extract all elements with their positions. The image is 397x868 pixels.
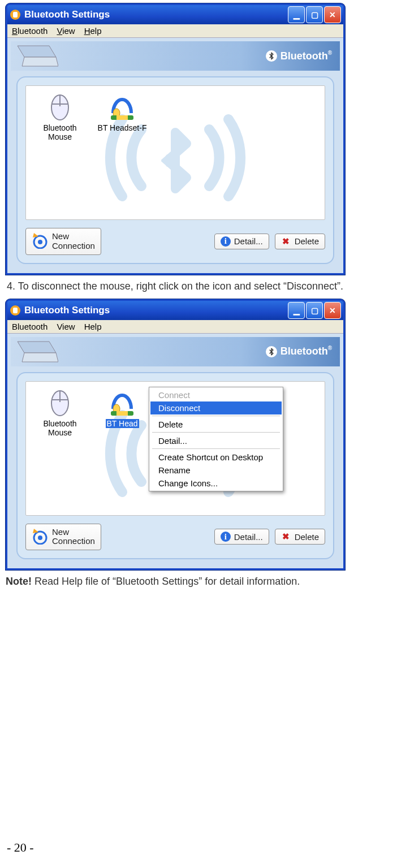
ctx-connect[interactable]: Connect <box>150 388 282 401</box>
note-rest: Read Help file of “Bluetooth Settings” f… <box>32 576 300 587</box>
headset-icon <box>106 90 138 122</box>
header-banner: Bluetooth® <box>11 41 340 71</box>
new-connection-icon <box>32 232 49 251</box>
new-connection-label: New Connection <box>52 528 95 546</box>
delete-button[interactable]: ✖ Delete <box>275 529 325 545</box>
close-icon: ✕ <box>329 306 336 314</box>
device-bluetooth-mouse[interactable]: Bluetooth Mouse <box>31 90 89 141</box>
laptop-icon <box>15 44 58 68</box>
mouse-icon <box>44 386 76 418</box>
content-panel: Bluetooth Mouse BT Headset-F <box>16 76 334 264</box>
menubar: Bluetooth View Help <box>7 320 343 333</box>
close-button[interactable]: ✕ <box>324 302 341 319</box>
device-label: Bluetooth Mouse <box>31 419 89 437</box>
device-bt-headset[interactable]: BT Head <box>93 386 152 428</box>
page-number: - 20 - <box>7 840 34 855</box>
bluetooth-settings-window-1: Bluetooth Settings ▁ ▢ ✕ Bluetooth View … <box>6 3 345 275</box>
headset-icon <box>106 386 138 418</box>
content-panel: Bluetooth Mouse BT Head <box>16 372 334 560</box>
new-connection-button[interactable]: New Connection <box>25 524 101 551</box>
maximize-button[interactable]: ▢ <box>306 6 323 23</box>
device-bt-headset[interactable]: BT Headset-F <box>93 90 152 132</box>
detail-label: Detail... <box>234 236 263 246</box>
menu-view[interactable]: View <box>57 322 75 331</box>
ctx-delete[interactable]: Delete <box>150 418 282 431</box>
delete-button[interactable]: ✖ Delete <box>275 234 325 249</box>
new-connection-button[interactable]: New Connection <box>25 228 101 255</box>
laptop-icon <box>15 339 58 364</box>
minimize-button[interactable]: ▁ <box>288 302 305 319</box>
svg-rect-14 <box>13 308 18 313</box>
bluetooth-logo: Bluetooth® <box>266 50 332 62</box>
header-banner: Bluetooth® <box>11 337 340 366</box>
context-menu: Connect Disconnect Delete Detail... Crea… <box>149 387 283 491</box>
svg-rect-22 <box>116 411 128 416</box>
delete-icon: ✖ <box>281 236 291 247</box>
bluetooth-icon <box>266 346 277 357</box>
close-icon: ✕ <box>329 11 336 19</box>
detail-button[interactable]: i Detail... <box>214 529 269 545</box>
window-title: Bluetooth Settings <box>24 9 288 20</box>
device-label: Bluetooth Mouse <box>31 123 89 141</box>
minimize-button[interactable]: ▁ <box>288 6 305 23</box>
step-4-text: 4. To disconnect the mouse, right click … <box>7 280 391 292</box>
menubar: Bluetooth View Help <box>7 24 343 37</box>
svg-marker-3 <box>22 57 58 66</box>
minimize-icon: ▁ <box>294 306 300 314</box>
bluetooth-logo-text: Bluetooth <box>281 346 328 357</box>
delete-icon: ✖ <box>281 532 291 542</box>
note-text: Note! Read Help file of “Bluetooth Setti… <box>6 576 391 588</box>
device-list[interactable]: Bluetooth Mouse BT Headset-F <box>25 85 325 220</box>
window-title: Bluetooth Settings <box>24 305 288 316</box>
info-icon: i <box>221 532 231 542</box>
svg-marker-16 <box>22 353 58 362</box>
svg-point-11 <box>38 240 42 244</box>
delete-label: Delete <box>295 236 319 246</box>
titlebar[interactable]: Bluetooth Settings ▁ ▢ ✕ <box>7 5 343 24</box>
separator <box>152 416 280 417</box>
svg-rect-9 <box>116 115 128 120</box>
new-connection-label: New Connection <box>52 232 95 251</box>
app-icon <box>10 9 21 20</box>
detail-label: Detail... <box>234 532 263 542</box>
new-connection-icon <box>32 528 49 547</box>
bluetooth-settings-window-2: Bluetooth Settings ▁ ▢ ✕ Bluetooth View … <box>6 299 345 571</box>
menu-bluetooth[interactable]: Bluetooth <box>12 322 48 331</box>
bluetooth-logo-text: Bluetooth <box>281 50 328 62</box>
svg-rect-1 <box>13 12 18 18</box>
menu-view[interactable]: View <box>57 26 75 36</box>
bluetooth-icon <box>266 50 277 62</box>
separator <box>152 448 280 450</box>
svg-point-24 <box>38 536 42 540</box>
close-button[interactable]: ✕ <box>324 6 341 23</box>
maximize-icon: ▢ <box>311 306 318 314</box>
ctx-change-icons[interactable]: Change Icons... <box>150 477 282 490</box>
detail-button[interactable]: i Detail... <box>214 234 269 249</box>
app-icon <box>10 305 21 316</box>
bluetooth-logo: Bluetooth® <box>266 346 332 357</box>
maximize-icon: ▢ <box>311 11 318 19</box>
device-label: BT Headset-F <box>93 123 152 132</box>
ctx-rename[interactable]: Rename <box>150 464 282 477</box>
ctx-disconnect[interactable]: Disconnect <box>150 401 282 414</box>
info-icon: i <box>221 236 231 247</box>
separator <box>152 432 280 433</box>
minimize-icon: ▁ <box>294 11 300 19</box>
ctx-create-shortcut[interactable]: Create Shortcut on Desktop <box>150 451 282 464</box>
ctx-detail[interactable]: Detail... <box>150 434 282 447</box>
svg-marker-2 <box>18 46 56 57</box>
svg-marker-15 <box>18 342 56 353</box>
device-label: BT Head <box>93 419 152 428</box>
note-bold: Note! <box>6 576 32 587</box>
menu-help[interactable]: Help <box>84 322 102 331</box>
menu-bluetooth[interactable]: Bluetooth <box>12 26 48 36</box>
maximize-button[interactable]: ▢ <box>306 302 323 319</box>
mouse-icon <box>44 90 76 122</box>
device-bluetooth-mouse[interactable]: Bluetooth Mouse <box>31 386 89 437</box>
menu-help[interactable]: Help <box>84 26 102 36</box>
delete-label: Delete <box>295 532 319 542</box>
titlebar[interactable]: Bluetooth Settings ▁ ▢ ✕ <box>7 301 343 320</box>
